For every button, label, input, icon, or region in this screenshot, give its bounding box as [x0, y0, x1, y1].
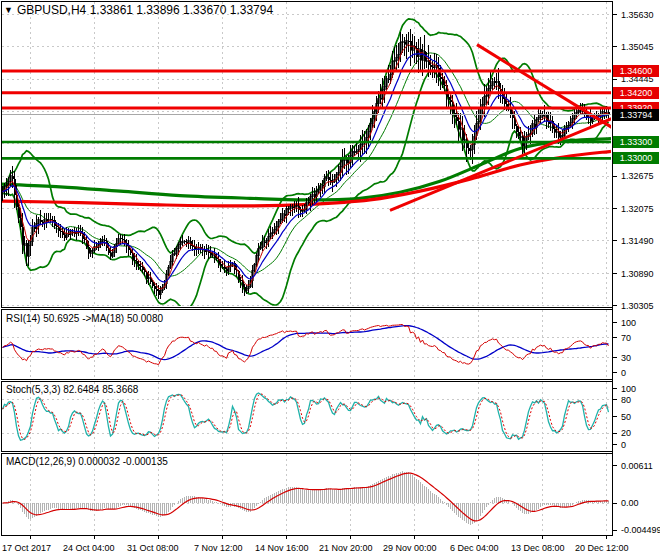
trading-chart-window: ▼GBPUSD,H4 1.33861 1.33896 1.33670 1.337…: [0, 0, 660, 560]
chart-canvas[interactable]: [0, 0, 660, 560]
trendline-ascending-support: [390, 117, 616, 210]
